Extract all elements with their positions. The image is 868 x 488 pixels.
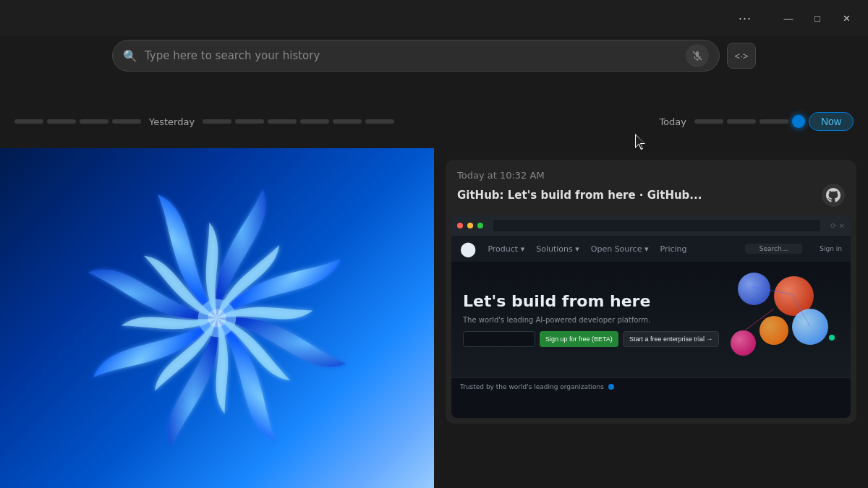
gh-email-input — [463, 331, 535, 347]
yesterday-label: Yesterday — [145, 116, 199, 127]
content-area: Today at 10:32 AM GitHub: Let's build fr… — [0, 148, 868, 488]
gh-signin: Sign in — [820, 245, 842, 252]
timeline-segment — [760, 119, 788, 124]
minimize-button[interactable]: — — [775, 8, 801, 28]
gh-nav-pricing: Pricing — [660, 244, 686, 254]
gh-nav-product: Product ▾ — [488, 244, 524, 254]
mic-off-icon — [692, 50, 703, 61]
search-icon: 🔍 — [123, 49, 137, 63]
svg-point-8 — [829, 335, 835, 341]
github-favicon-icon — [822, 184, 845, 207]
svg-line-6 — [792, 294, 810, 327]
code-icon: <·> — [735, 51, 749, 61]
timeline-segment — [112, 119, 141, 124]
gh-enterprise-btn: Start a free enterprise trial → — [623, 331, 720, 347]
github-screenshot: ⟳ ✕ ⬤ Product ▾ Solutions ▾ Open Source … — [451, 215, 851, 418]
search-box[interactable]: 🔍 Type here to search your history — [112, 40, 720, 72]
timeline-segment — [268, 119, 297, 124]
github-logo-icon — [826, 188, 841, 202]
gh-search-bar: Search... — [745, 244, 803, 254]
gh-cta-row: Sign up for free (BETA) Start a free ent… — [463, 331, 731, 347]
gh-nav-solutions: Solutions ▾ — [536, 244, 579, 254]
wallpaper-panel — [0, 148, 434, 488]
timeline-now-dot — [792, 115, 805, 128]
more-icon: ··· — [739, 11, 752, 26]
browser-bar: ⟳ ✕ — [451, 215, 851, 236]
mic-muted-button[interactable] — [686, 44, 709, 67]
search-area: 🔍 Type here to search your history <·> — [112, 40, 756, 72]
yesterday-group: Yesterday — [14, 116, 394, 127]
gh-footer-text: Trusted by the world's leading organizat… — [460, 383, 604, 390]
maximize-button[interactable]: □ — [804, 8, 830, 28]
more-options-button[interactable]: ··· — [732, 8, 758, 28]
card-title-row: GitHub: Let's build from here · GitHub..… — [457, 184, 845, 207]
footer-dot — [608, 384, 614, 390]
search-placeholder: Type here to search your history — [145, 49, 678, 62]
minimize-icon: — — [784, 13, 793, 24]
timeline-segment — [14, 119, 43, 124]
title-bar: ··· — □ ✕ — [0, 0, 868, 36]
history-card[interactable]: Today at 10:32 AM GitHub: Let's build fr… — [446, 160, 856, 424]
github-nav-logo: ⬤ — [460, 240, 476, 257]
card-header: Today at 10:32 AM GitHub: Let's build fr… — [446, 160, 856, 213]
history-panel: Today at 10:32 AM GitHub: Let's build fr… — [434, 148, 868, 488]
timeline-segment — [727, 119, 756, 124]
card-time: Today at 10:32 AM — [457, 170, 845, 181]
timeline: Yesterday Today Now — [0, 107, 868, 136]
today-label: Today — [655, 116, 691, 127]
maximize-icon: □ — [814, 13, 820, 24]
windows-flower — [65, 166, 369, 470]
today-group: Today Now — [655, 112, 854, 131]
url-bar — [493, 220, 820, 231]
browser-dot-red — [457, 223, 463, 228]
browser-controls: ⟳ ✕ — [830, 222, 845, 230]
browser-dot-green — [477, 223, 483, 228]
github-hero: Let's build from here The world's leadin… — [451, 262, 851, 377]
timeline-segment — [47, 119, 76, 124]
browser-dot-yellow — [467, 223, 473, 228]
github-nav: ⬤ Product ▾ Solutions ▾ Open Source ▾ Pr… — [451, 236, 851, 262]
timeline-segment — [235, 119, 264, 124]
svg-line-7 — [745, 309, 774, 330]
close-icon: ✕ — [843, 13, 851, 24]
gh-footer: Trusted by the world's leading organizat… — [451, 377, 851, 395]
gh-hero-title: Let's build from here — [463, 292, 731, 311]
timeline-segment — [333, 119, 362, 124]
gh-nav-open-source: Open Source ▾ — [591, 244, 649, 254]
gh-hero-subtitle: The world's leading AI-powered developer… — [463, 316, 731, 324]
gh-signup-btn: Sign up for free (BETA) — [540, 331, 618, 347]
timeline-segment — [365, 119, 394, 124]
timeline-segment — [300, 119, 329, 124]
timeline-segment — [80, 119, 109, 124]
now-button[interactable]: Now — [809, 112, 854, 131]
svg-line-5 — [752, 287, 792, 294]
gh-hero-content: Let's build from here The world's leadin… — [463, 292, 731, 346]
card-title: GitHub: Let's build from here · GitHub..… — [457, 189, 702, 202]
code-search-button[interactable]: <·> — [727, 43, 756, 69]
timeline-segment — [203, 119, 231, 124]
gh-hero-visuals — [731, 273, 839, 367]
close-button[interactable]: ✕ — [833, 8, 859, 28]
orb-connections — [731, 273, 839, 367]
timeline-segment — [694, 119, 723, 124]
svg-point-4 — [208, 309, 226, 327]
